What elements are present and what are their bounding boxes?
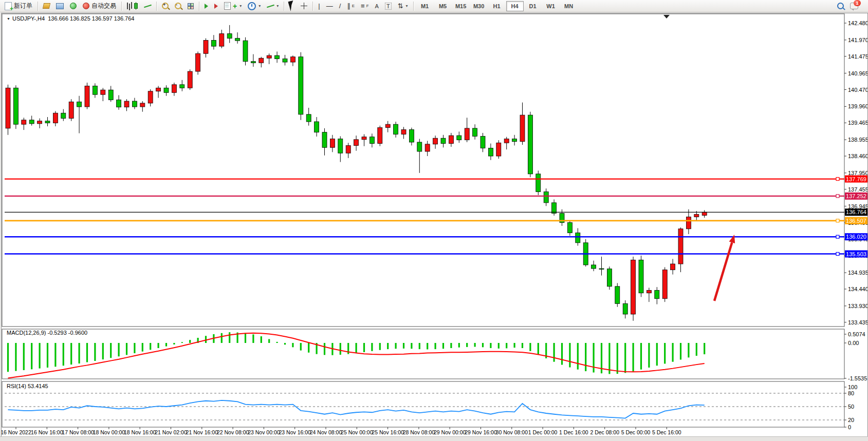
dropdown-triangle-icon[interactable]: ▼: [7, 17, 10, 21]
svg-text:24 Nov 08:00: 24 Nov 08:00: [310, 429, 342, 435]
svg-text:135.503: 135.503: [846, 251, 866, 257]
svg-text:133.930: 133.930: [848, 303, 867, 309]
horizontal-line-icon: —: [326, 2, 333, 10]
arrows-tool-button[interactable]: ⇅▾: [395, 1, 411, 12]
signals-button[interactable]: [67, 1, 79, 12]
timeframe-button-h4[interactable]: H4: [506, 1, 524, 11]
chat-bubble-icon: 1: [850, 3, 858, 9]
svg-text:137.455: 137.455: [848, 186, 867, 193]
zoom-in-button[interactable]: +: [159, 1, 171, 12]
timeframe-button-m15[interactable]: M15: [452, 1, 470, 11]
fibonacci-sub-label: F: [366, 4, 369, 8]
vertical-line-icon: |: [318, 2, 320, 10]
bar-chart-button[interactable]: [124, 1, 131, 12]
monitor-icon: [56, 3, 64, 9]
timeframe-button-w1[interactable]: W1: [542, 1, 560, 11]
zoom-in-icon: +: [162, 3, 169, 9]
line-handle[interactable]: [836, 219, 839, 222]
timeframe-button-m30[interactable]: M30: [470, 1, 488, 11]
candlestick-icon: [134, 3, 138, 9]
separator: [199, 2, 199, 11]
timeframe-button-h1[interactable]: H1: [488, 1, 506, 11]
timeframe-button-mn[interactable]: MN: [560, 1, 578, 11]
auto-scroll-button[interactable]: [202, 1, 211, 12]
autotrade-button[interactable]: 自动交易: [80, 1, 119, 12]
line-handle[interactable]: [836, 235, 839, 238]
timeframe-button-m5[interactable]: M5: [434, 1, 452, 11]
hline-tool-button[interactable]: —: [324, 1, 336, 12]
notification-badge: 1: [854, 0, 861, 6]
fibonacci-icon: ≡: [361, 2, 365, 10]
trendline-tool-button[interactable]: /: [337, 1, 344, 12]
separator: [38, 2, 38, 11]
templates-button[interactable]: ▾: [264, 1, 281, 12]
profile-button[interactable]: [41, 1, 52, 12]
cursor-tool-button[interactable]: [287, 1, 297, 12]
fibonacci-tool-button[interactable]: ≡F: [358, 1, 371, 12]
macd-indicator-label: MACD(12,26,9) -0.5293 -0.9600: [7, 330, 87, 336]
line-handle[interactable]: [836, 178, 839, 181]
chevron-down-icon[interactable]: ▾: [406, 4, 408, 8]
line-handle[interactable]: [836, 253, 839, 256]
notifications-button[interactable]: 1: [847, 1, 861, 12]
chart-canvas: 10080502000.50740.00-1.5535142.480141.97…: [2, 13, 867, 436]
chart-shift-button[interactable]: [212, 1, 220, 12]
separator: [121, 2, 122, 11]
zoom-out-icon: -: [175, 3, 181, 9]
main-toolbar: 新订单 自动交易 + - + ▾ ▾ ▾ | — / ∥E ≡F A T ⇅▾ …: [0, 0, 868, 12]
chevron-down-icon[interactable]: ▾: [258, 4, 261, 8]
vline-tool-button[interactable]: |: [316, 1, 322, 12]
label-tool-button[interactable]: T: [382, 1, 394, 12]
separator: [284, 2, 284, 11]
svg-text:138.460: 138.460: [848, 153, 867, 159]
timeframe-button-d1[interactable]: D1: [524, 1, 542, 11]
svg-text:21 Nov 02:00: 21 Nov 02:00: [155, 429, 187, 435]
svg-text:141.970: 141.970: [848, 37, 867, 43]
svg-text:28 Nov 08:00: 28 Nov 08:00: [403, 429, 435, 435]
timeframe-button-m1[interactable]: M1: [416, 1, 434, 11]
svg-text:1 Dec 00:00: 1 Dec 00:00: [528, 429, 558, 435]
channel-tool-button[interactable]: ∥E: [344, 1, 357, 12]
chart-title: ▼USDJPY-,H4 136.666 136.825 136.597 136.…: [7, 15, 134, 22]
chevron-down-icon[interactable]: ▾: [239, 4, 242, 8]
channel-sub-label: E: [352, 4, 355, 8]
new-order-icon: [5, 2, 12, 10]
autotrade-label: 自动交易: [91, 2, 116, 10]
line-handle[interactable]: [836, 195, 839, 198]
svg-text:80: 80: [848, 390, 854, 396]
tile-windows-button[interactable]: [185, 1, 196, 12]
svg-text:5 Dec 00:00: 5 Dec 00:00: [621, 429, 651, 435]
mt4-terminal: { "toolbar": { "new_order_label": "新订单",…: [0, 0, 868, 441]
svg-text:50: 50: [848, 404, 854, 410]
svg-text:140.470: 140.470: [848, 87, 867, 93]
periods-button[interactable]: ▾: [245, 1, 263, 12]
svg-text:136.020: 136.020: [846, 234, 866, 240]
add-indicator-button[interactable]: + ▾: [221, 1, 244, 12]
clock-icon: [248, 2, 256, 10]
svg-text:20: 20: [848, 417, 854, 423]
label-tool-icon: T: [385, 3, 392, 10]
separator: [413, 2, 414, 11]
chevron-down-icon[interactable]: ▾: [276, 4, 279, 8]
line-chart-button[interactable]: [141, 1, 154, 12]
price-axis: 142.480141.970141.475140.965140.470139.9…: [844, 20, 867, 325]
svg-text:18 Nov 00:00: 18 Nov 00:00: [93, 429, 125, 435]
crosshair-tool-button[interactable]: [298, 1, 310, 12]
svg-text:136.764: 136.764: [846, 209, 866, 215]
svg-text:141.475: 141.475: [848, 53, 867, 60]
arrows-tool-icon: ⇅: [398, 2, 403, 10]
timeframe-group: M1M5M15M30H1H4D1W1MN: [416, 1, 578, 11]
new-order-button[interactable]: 新订单: [2, 1, 35, 12]
search-button[interactable]: [835, 1, 846, 12]
svg-text:5 Dec 16:00: 5 Dec 16:00: [652, 429, 681, 435]
cursor-icon: [288, 1, 296, 11]
crosshair-icon: [301, 3, 307, 9]
autotrade-icon: [83, 3, 89, 9]
search-icon: [837, 3, 844, 9]
time-axis: 16 Nov 202216 Nov 16:0017 Nov 08:0018 No…: [2, 427, 681, 435]
svg-text:-1.5535: -1.5535: [848, 375, 867, 381]
text-tool-button[interactable]: A: [373, 1, 381, 12]
market-watch-button[interactable]: [53, 1, 66, 12]
zoom-out-button[interactable]: -: [172, 1, 184, 12]
candle-chart-button[interactable]: [132, 1, 140, 12]
